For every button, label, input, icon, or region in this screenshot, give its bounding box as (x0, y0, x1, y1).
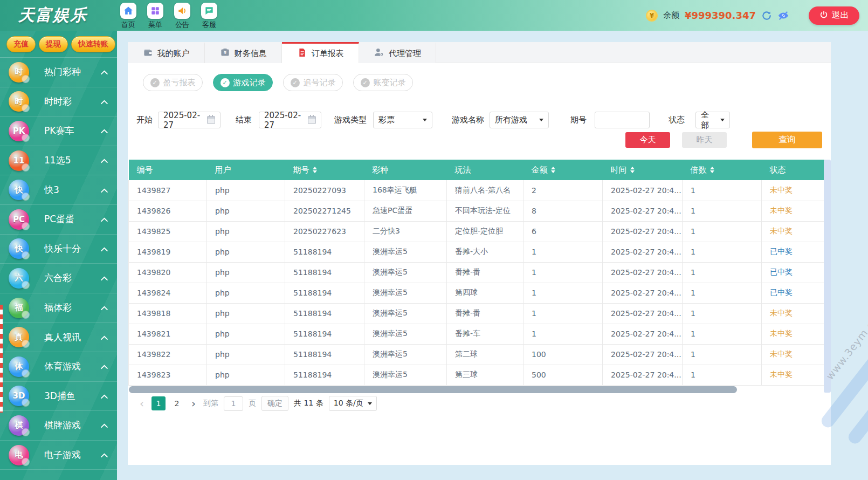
sidebar-item[interactable]: 福福体彩 (0, 293, 117, 323)
sidebar-item[interactable]: 快快乐十分 (0, 235, 117, 264)
page-word-label: 页 (249, 399, 256, 408)
sidebar-item-label: 时时彩 (44, 95, 100, 108)
sidebar-item[interactable]: 1111选5 (0, 146, 117, 176)
support-chat-icon (201, 3, 217, 19)
chevron-up-icon[interactable] (100, 244, 108, 254)
nav-item-announcement[interactable]: 公告 (171, 3, 193, 30)
next-page-icon[interactable]: › (189, 396, 198, 410)
menu-grid-icon (147, 3, 163, 19)
sidebar-item-label: 真人视讯 (44, 331, 100, 344)
sidebar-item[interactable]: PCPC蛋蛋 (0, 205, 117, 235)
quick-button[interactable]: 快速转账 (71, 36, 115, 52)
sidebar-item[interactable]: 六六合彩 (0, 264, 117, 293)
subtab-pill[interactable]: ✓游戏记录 (213, 74, 273, 91)
chevron-up-icon[interactable] (100, 273, 108, 283)
chevron-up-icon[interactable] (100, 420, 108, 430)
column-header[interactable]: 时间 (603, 160, 683, 180)
sidebar-item[interactable]: 真真人视讯 (0, 323, 117, 352)
issue-input[interactable] (595, 112, 650, 128)
table-row[interactable]: 1439819php51188194澳洲幸运5番摊-大小12025-02-27 … (129, 242, 824, 262)
sidebar-item[interactable]: 体体育游戏 (0, 352, 117, 382)
table-row[interactable]: 1439824php51188194澳洲幸运5第四球12025-02-27 20… (129, 283, 824, 303)
sidebar-item[interactable]: 棋棋牌游戏 (0, 411, 117, 441)
sort-icon[interactable] (313, 167, 317, 173)
sort-icon[interactable] (630, 167, 635, 173)
page-number[interactable]: 1 (151, 396, 166, 410)
content-panel: 我的账户¥财务信息订单报表代理管理 ✓盈亏报表✓游戏记录✓追号记录✓账变记录 开… (128, 42, 831, 465)
chevron-up-icon[interactable] (100, 97, 108, 107)
nav-item-support-chat[interactable]: 客服 (198, 3, 220, 30)
subtab-pill[interactable]: ✓盈亏报表 (143, 74, 203, 91)
tab-wallet[interactable]: 我的账户 (128, 42, 205, 63)
sidebar-item-label: PC蛋蛋 (44, 213, 100, 225)
sidebar-item-label: 热门彩种 (44, 66, 100, 78)
sidebar-item[interactable]: 时热门彩种 (0, 58, 117, 87)
subtab-pill[interactable]: ✓账变记录 (353, 74, 413, 91)
refresh-icon[interactable] (761, 10, 772, 21)
chevron-up-icon[interactable] (100, 214, 108, 224)
column-header[interactable]: 倍数 (683, 160, 762, 180)
yesterday-button[interactable]: 昨天 (682, 132, 727, 148)
tab-agent[interactable]: 代理管理 (359, 42, 436, 63)
table-row[interactable]: 1439826php202502271245急速PC蛋蛋不回本玩法-定位8202… (129, 201, 824, 221)
table-row[interactable]: 1439825php20250227623二分快3定位胆-定位胆62025-02… (129, 221, 824, 242)
end-date-input[interactable]: 2025-02-27 (259, 112, 321, 128)
cell-lottery: 澳洲幸运5 (364, 365, 447, 385)
chevron-up-icon[interactable] (100, 155, 108, 166)
per-page-select[interactable]: 10 条/页 (329, 396, 377, 411)
logout-button[interactable]: 退出 (809, 6, 859, 25)
chevron-up-icon[interactable] (100, 67, 108, 77)
column-header[interactable]: 期号 (285, 160, 364, 180)
chevron-up-icon[interactable] (100, 332, 108, 342)
table-vertical-scrollbar[interactable] (824, 160, 831, 393)
game-name-select[interactable]: 所有游戏 (490, 112, 549, 128)
game-type-select[interactable]: 彩票 (373, 112, 432, 128)
today-button[interactable]: 今天 (625, 132, 670, 148)
sidebar-item[interactable]: 电电子游戏 (0, 441, 117, 470)
table-row[interactable]: 1439822php51188194澳洲幸运5第二球1002025-02-27 … (129, 344, 824, 365)
goto-confirm-button[interactable]: 确定 (261, 396, 288, 411)
sidebar-item[interactable]: 3D3D捕鱼 (0, 382, 117, 412)
sidebar-item[interactable]: 快快3 (0, 175, 117, 205)
status-select[interactable]: 全部 (695, 112, 730, 128)
search-button[interactable]: 查询 (752, 132, 822, 148)
chevron-up-icon[interactable] (100, 303, 108, 313)
goto-page-input[interactable] (224, 396, 243, 411)
balance-label: 余额 (663, 10, 679, 20)
chevron-up-icon[interactable] (100, 450, 108, 460)
cell-lottery: 澳洲幸运5 (364, 262, 447, 283)
nav-item-menu-grid[interactable]: 菜单 (144, 3, 166, 30)
quick-button[interactable]: 提现 (39, 36, 68, 52)
game-name-value: 所有游戏 (495, 115, 527, 125)
lottery-ball-icon: PK (9, 121, 29, 141)
brand-logo[interactable]: 天富娱乐 (18, 4, 87, 26)
eye-off-icon[interactable] (777, 10, 789, 22)
column-header[interactable]: 金额 (523, 160, 603, 180)
sort-icon[interactable] (551, 167, 555, 173)
cell-issue: 20250227093 (285, 180, 364, 201)
chevron-up-icon[interactable] (100, 391, 108, 401)
quick-button[interactable]: 充值 (6, 36, 36, 52)
chevron-up-icon[interactable] (100, 185, 108, 195)
table-row[interactable]: 1439821php51188194澳洲幸运5番摊-车12025-02-27 2… (129, 324, 824, 344)
sidebar-item[interactable]: 时时时彩 (0, 87, 117, 117)
header-nav: 首页菜单公告客服 (118, 3, 220, 30)
chevron-up-icon[interactable] (100, 126, 108, 136)
sort-icon[interactable] (710, 167, 714, 173)
chevron-up-icon[interactable] (100, 361, 108, 372)
nav-item-home[interactable]: 首页 (118, 3, 139, 30)
prev-page-icon[interactable]: ‹ (137, 396, 146, 410)
tab-report[interactable]: 订单报表 (282, 42, 359, 63)
check-circle-icon: ✓ (361, 78, 370, 87)
table-row[interactable]: 1439820php51188194澳洲幸运5番摊-番12025-02-27 2… (129, 262, 824, 283)
table-horizontal-scrollbar[interactable] (129, 386, 737, 393)
start-date-input[interactable]: 2025-02-27 (158, 112, 221, 128)
subtab-pill[interactable]: ✓追号记录 (283, 74, 343, 91)
tab-finance[interactable]: ¥财务信息 (205, 42, 282, 63)
cell-status: 未中奖 (762, 365, 824, 385)
sidebar-item[interactable]: PKPK赛车 (0, 116, 117, 146)
table-row[interactable]: 1439827php20250227093168幸运飞艇猜前八名-第八名2202… (129, 180, 824, 201)
table-row[interactable]: 1439823php51188194澳洲幸运5第三球5002025-02-27 … (129, 365, 824, 385)
table-row[interactable]: 1439818php51188194澳洲幸运5番摊-番12025-02-27 2… (129, 303, 824, 324)
page-number[interactable]: 2 (170, 396, 184, 410)
